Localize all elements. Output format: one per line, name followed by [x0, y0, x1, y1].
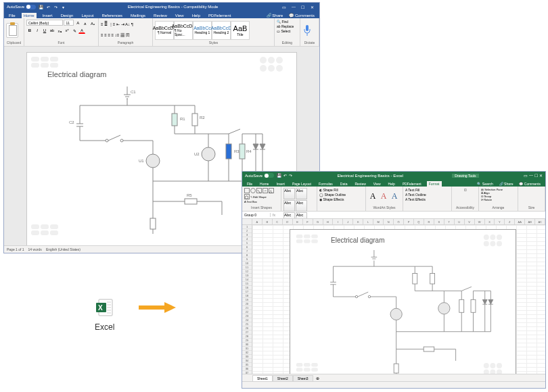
save-icon[interactable]: 💾 — [39, 5, 43, 9]
undo-icon[interactable]: ↶ — [46, 5, 51, 9]
style-heading1[interactable]: AaBbCcHeading 1 — [193, 21, 212, 40]
new-sheet-icon[interactable]: ⊕ — [313, 376, 322, 381]
select-button[interactable]: ▭ Select — [277, 29, 290, 33]
tab-help[interactable]: Help — [190, 13, 202, 18]
shape-style-2[interactable]: Abc — [296, 188, 307, 199]
maximize-icon[interactable]: ☐ — [534, 173, 538, 178]
shape-style-4[interactable]: Abc — [296, 200, 307, 212]
column-header[interactable]: Q — [414, 219, 424, 224]
italic-icon[interactable]: I — [34, 27, 41, 34]
status-page[interactable]: Page 1 of 1 — [7, 247, 24, 251]
column-header[interactable]: K — [353, 219, 363, 224]
column-header[interactable]: AA — [515, 219, 525, 224]
tab-data[interactable]: Data — [338, 181, 350, 187]
column-header[interactable]: R — [424, 219, 434, 224]
redo-icon[interactable]: ↷ — [289, 173, 292, 178]
toggle-off-icon[interactable] — [264, 173, 274, 178]
font-color-icon[interactable]: A — [78, 27, 85, 34]
shape-line-icon[interactable]: ＼ — [256, 188, 262, 193]
autosave-toggle[interactable]: AutoSave — [7, 5, 36, 9]
column-header[interactable]: A — [252, 219, 262, 224]
column-header[interactable]: N — [384, 219, 394, 224]
column-header[interactable]: O — [394, 219, 404, 224]
embedded-diagram[interactable]: Electrical diagram — [290, 229, 516, 374]
rotate-button[interactable]: ⟳ Rotate — [481, 198, 492, 201]
shape-callout-icon[interactable]: ⬡ — [244, 194, 250, 199]
tab-design[interactable]: Design — [59, 13, 76, 18]
tab-formulas[interactable]: Formulas — [317, 181, 335, 187]
column-header[interactable]: L — [363, 219, 373, 224]
sheet-tab-1[interactable]: Sheet1 — [252, 375, 273, 381]
minimize-icon[interactable]: — — [290, 3, 298, 10]
style-nospacing[interactable]: AaBbCcDd¶ No Spac... — [174, 21, 193, 40]
column-header[interactable]: X — [485, 219, 495, 224]
name-box[interactable]: Group 0 — [242, 213, 271, 217]
font-size-select[interactable]: 11 — [64, 20, 74, 26]
tab-file[interactable]: File — [245, 181, 254, 187]
multilevel-icon[interactable]: ⋮≡ — [109, 22, 116, 26]
shape-arrow-icon[interactable]: → — [262, 188, 268, 193]
column-header[interactable]: F — [303, 219, 313, 224]
tab-home[interactable]: Home — [22, 13, 37, 18]
maximize-icon[interactable]: ☐ — [299, 3, 307, 10]
column-header[interactable]: Y — [495, 219, 505, 224]
status-words[interactable]: 14 words — [28, 247, 42, 251]
word-titlebar[interactable]: AutoSave 💾 ↶ ↷ ▾ Electrical Engineering … — [4, 3, 319, 11]
text-box-button[interactable]: A Text Box — [244, 200, 257, 203]
column-header[interactable]: S — [434, 219, 444, 224]
status-language[interactable]: English (United States) — [46, 247, 81, 251]
column-header[interactable]: Z — [505, 219, 515, 224]
share-button[interactable]: 🔗 Share — [265, 12, 286, 18]
align-center-icon[interactable]: ≡ — [104, 33, 107, 37]
column-header[interactable]: W — [475, 219, 485, 224]
tab-review[interactable]: Review — [352, 181, 367, 187]
shape-outline-button[interactable]: ◯ Shape Outline — [319, 193, 346, 197]
borders-icon[interactable]: 田 — [126, 33, 130, 37]
dictate-button[interactable] — [302, 24, 312, 36]
tab-insert[interactable]: Insert — [41, 13, 55, 18]
alt-text-button[interactable]: ◫ — [464, 188, 467, 191]
superscript-icon[interactable]: x² — [64, 27, 70, 34]
column-header[interactable]: V — [465, 219, 475, 224]
shape-style-1[interactable]: Abc — [283, 188, 295, 199]
strike-icon[interactable]: ab — [49, 27, 55, 34]
shape-circle-icon[interactable] — [250, 188, 256, 193]
wordart-style-2[interactable]: A — [379, 191, 388, 202]
excel-titlebar[interactable]: AutoSave 💾 ↶ ↷ Electrical Engineering Ba… — [242, 172, 545, 179]
column-header[interactable]: J — [343, 219, 353, 224]
minimize-icon[interactable]: — — [529, 173, 533, 178]
tab-home[interactable]: Home — [258, 181, 271, 187]
select-all-triangle[interactable] — [242, 219, 252, 224]
tab-view[interactable]: View — [173, 13, 186, 18]
shape-style-3[interactable]: Abc — [283, 200, 295, 212]
sheet-tab-3[interactable]: Sheet3 — [293, 375, 313, 381]
tab-insert[interactable]: Insert — [274, 181, 287, 187]
justify-icon[interactable]: ≡ — [112, 33, 114, 37]
row-header[interactable]: 37 — [242, 371, 252, 374]
text-outline-button[interactable]: A Text Outline — [405, 193, 426, 197]
bold-icon[interactable]: B — [26, 27, 33, 34]
undo-icon[interactable]: ↶ — [283, 173, 287, 178]
tell-me-search[interactable]: 🔍 Search — [475, 181, 495, 187]
column-header[interactable]: M — [373, 219, 384, 224]
column-header[interactable]: E — [293, 219, 303, 224]
ribbon-options-icon[interactable]: ▭ — [524, 173, 528, 178]
increase-font-icon[interactable]: A — [74, 20, 81, 26]
column-header[interactable]: AB — [525, 219, 535, 224]
tab-format[interactable]: Format — [427, 181, 442, 187]
shape-effects-button[interactable]: ◉ Shape Effects — [319, 197, 344, 201]
column-header[interactable]: U — [455, 219, 465, 224]
paste-button[interactable] — [6, 23, 18, 38]
share-button[interactable]: 🔗 Share — [497, 181, 516, 187]
style-title[interactable]: AaBTitle — [231, 21, 250, 40]
decrease-indent-icon[interactable]: ⇤ — [116, 22, 120, 26]
column-header[interactable]: AC — [535, 219, 545, 224]
wordart-style-3[interactable]: A — [390, 191, 399, 202]
comments-button[interactable]: 💬 Comments — [287, 12, 317, 18]
shape-triangle-icon[interactable]: △ — [269, 188, 274, 193]
wordart-style-1[interactable]: A — [368, 191, 378, 202]
edit-shape-button[interactable]: ✎ Edit Shape — [250, 195, 267, 199]
save-icon[interactable]: 💾 — [277, 173, 281, 178]
tab-file[interactable]: File — [7, 13, 18, 18]
column-header[interactable]: T — [444, 219, 455, 224]
